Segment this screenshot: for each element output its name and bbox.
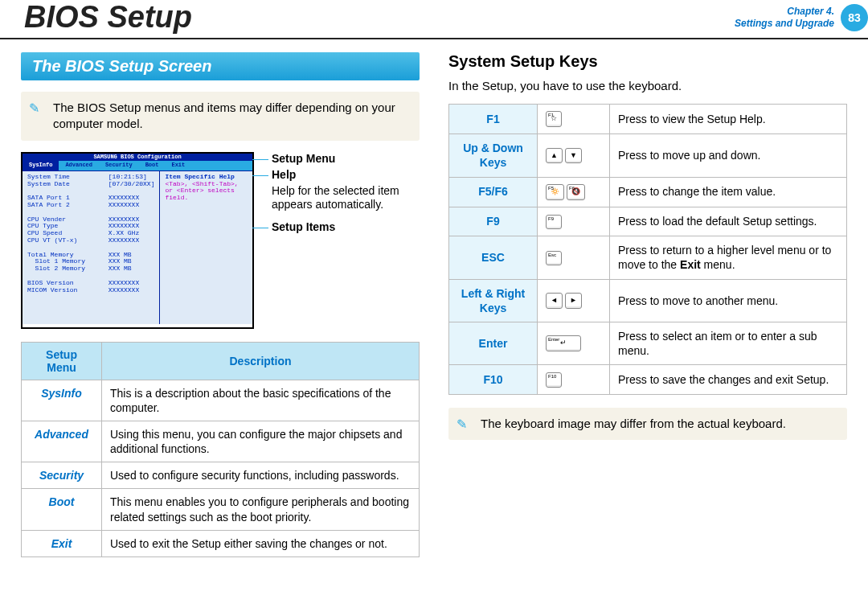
table-row: SysInfoThis is a description about the b… <box>22 380 420 421</box>
key-icon-cell: F9 <box>538 207 610 236</box>
key-desc-cell: Press to move up and down. <box>610 134 847 177</box>
key-icon-cell: Esc <box>538 236 610 279</box>
bios-menu-advanced: Advanced <box>59 161 99 170</box>
menu-desc-cell: Using this menu, you can configure the m… <box>102 421 420 462</box>
page: BIOS Setup Chapter 4. Settings and Upgra… <box>0 0 868 616</box>
key-desc-cell: Press to move to another menu. <box>610 279 847 322</box>
table-row: ExitUsed to exit the Setup either saving… <box>22 530 420 556</box>
bios-left-pane: System Time [10:21:53] System Date [07/3… <box>23 171 159 324</box>
key-icon: ▼ <box>565 148 582 164</box>
key-icon: ► <box>565 293 582 309</box>
keys-table: F1F1☆Press to view the Setup Help.Up & D… <box>448 104 847 395</box>
key-desc-cell: Press to view the Setup Help. <box>610 105 847 134</box>
label-help-desc: Help for the selected item appears autom… <box>260 184 420 212</box>
bios-screenshot: SAMSUNG BIOS Configuration SysInfo Advan… <box>21 152 254 329</box>
key-icon-cell: F1☆ <box>538 105 610 134</box>
bios-menu-bar: SysInfo Advanced Security Boot Exit <box>23 161 252 171</box>
bios-menu-boot: Boot <box>139 161 166 170</box>
columns: The BIOS Setup Screen ✎ The BIOS Setup m… <box>0 39 868 557</box>
table-row: ESCEsc Press to return to a higher level… <box>449 236 847 279</box>
page-header: BIOS Setup Chapter 4. Settings and Upgra… <box>0 0 868 39</box>
page-number: 83 <box>841 4 868 31</box>
note-text: The BIOS Setup menus and items may diffe… <box>53 101 395 130</box>
key-name-cell: F1 <box>449 105 538 134</box>
bios-labels: Setup Menu Help Help for the selected it… <box>260 152 420 329</box>
key-icon: F9 <box>546 215 562 229</box>
bios-menu-sysinfo: SysInfo <box>23 161 59 170</box>
chapter-line1: Chapter 4. <box>735 6 834 17</box>
key-desc-cell: Press to return to a higher level menu o… <box>610 236 847 279</box>
pencil-icon: ✎ <box>457 416 467 433</box>
table-row: Left & Right Keys◄►Press to move to anot… <box>449 279 847 322</box>
key-icon: F1☆ <box>546 111 562 127</box>
left-column: The BIOS Setup Screen ✎ The BIOS Setup m… <box>21 52 420 557</box>
key-icon: F6🔇 <box>567 184 585 200</box>
key-icon: ◄ <box>546 293 563 309</box>
pencil-icon: ✎ <box>29 100 39 117</box>
key-icon-cell: F5🔅F6🔇 <box>538 177 610 207</box>
key-desc-cell: Press to save the changes and exit Setup… <box>610 365 847 394</box>
menu-desc-cell: This menu enables you to configure perip… <box>102 489 420 530</box>
key-icon-cell: ◄► <box>538 279 610 322</box>
label-help: Help <box>260 168 420 181</box>
chapter-text: Chapter 4. Settings and Upgrade <box>735 6 834 29</box>
table-row: F5/F6F5🔅F6🔇Press to change the item valu… <box>449 177 847 207</box>
key-name-cell: Enter <box>449 322 538 364</box>
table-row: Up & Down Keys▲▼Press to move up and dow… <box>449 134 847 177</box>
key-name-cell: Up & Down Keys <box>449 134 538 177</box>
page-title: BIOS Setup <box>24 0 192 35</box>
keyboard-note-text: The keyboard image may differ from the a… <box>481 417 786 430</box>
system-setup-intro: In the Setup, you have to use the keyboa… <box>448 79 847 92</box>
bios-menu-security: Security <box>99 161 139 170</box>
key-name-cell: F5/F6 <box>449 177 538 207</box>
key-icon-cell: Enter↵ <box>538 322 610 364</box>
table-row: SecurityUsed to configure security funct… <box>22 462 420 489</box>
key-icon: Enter↵ <box>546 335 581 351</box>
key-icon: F5🔅 <box>546 184 564 200</box>
right-column: System Setup Keys In the Setup, you have… <box>448 52 847 557</box>
bios-area: SAMSUNG BIOS Configuration SysInfo Advan… <box>21 152 420 329</box>
system-setup-keys-title: System Setup Keys <box>448 52 847 71</box>
menu-name-cell: Advanced <box>22 421 102 462</box>
note-box: ✎ The BIOS Setup menus and items may dif… <box>21 92 420 141</box>
key-name-cell: Left & Right Keys <box>449 279 538 322</box>
key-desc-cell: Press to select an item or to enter a su… <box>610 322 847 364</box>
menu-desc-cell: Used to exit the Setup either saving the… <box>102 530 420 556</box>
th-setup-menu: Setup Menu <box>22 342 102 380</box>
table-row: AdvancedUsing this menu, you can configu… <box>22 421 420 462</box>
bios-menu-exit: Exit <box>165 161 191 170</box>
key-icon: Esc <box>546 251 562 265</box>
key-icon-cell: F10 <box>538 365 610 394</box>
table-row: BootThis menu enables you to configure p… <box>22 489 420 530</box>
bios-help-body: <Tab>, <Shift-Tab>, or <Enter> selects f… <box>165 181 248 202</box>
key-desc-cell: Press to change the item value. <box>610 177 847 207</box>
section-title-bar: The BIOS Setup Screen <box>21 52 420 80</box>
menu-name-cell: Security <box>22 462 102 489</box>
table-row: F9F9 Press to load the default Setup set… <box>449 207 847 236</box>
chapter-badge: Chapter 4. Settings and Upgrade 83 <box>735 4 868 31</box>
key-icon: ▲ <box>546 148 563 164</box>
key-name-cell: F9 <box>449 207 538 236</box>
key-desc-cell: Press to load the default Setup settings… <box>610 207 847 236</box>
label-setup-items: Setup Items <box>260 220 420 233</box>
bios-help-pane: Item Specific Help <Tab>, <Shift-Tab>, o… <box>159 171 252 324</box>
table-row: F1F1☆Press to view the Setup Help. <box>449 105 847 134</box>
chapter-line2: Settings and Upgrade <box>735 18 834 29</box>
menu-desc-cell: This is a description about the basic sp… <box>102 380 420 421</box>
table-row: F10F10 Press to save the changes and exi… <box>449 365 847 394</box>
table-row: EnterEnter↵Press to select an item or to… <box>449 322 847 364</box>
key-name-cell: F10 <box>449 365 538 394</box>
menu-name-cell: Exit <box>22 530 102 556</box>
label-setup-menu: Setup Menu <box>260 152 420 165</box>
key-icon: F10 <box>546 372 562 387</box>
th-description: Description <box>102 342 420 380</box>
menu-name-cell: Boot <box>22 489 102 530</box>
key-name-cell: ESC <box>449 236 538 279</box>
setup-menu-table: Setup Menu Description SysInfoThis is a … <box>21 342 420 558</box>
bios-window-title: SAMSUNG BIOS Configuration <box>23 154 252 162</box>
key-icon-cell: ▲▼ <box>538 134 610 177</box>
menu-name-cell: SysInfo <box>22 380 102 421</box>
menu-desc-cell: Used to configure security functions, in… <box>102 462 420 489</box>
bios-body: System Time [10:21:53] System Date [07/3… <box>23 171 252 324</box>
keyboard-note-box: ✎ The keyboard image may differ from the… <box>448 408 847 440</box>
